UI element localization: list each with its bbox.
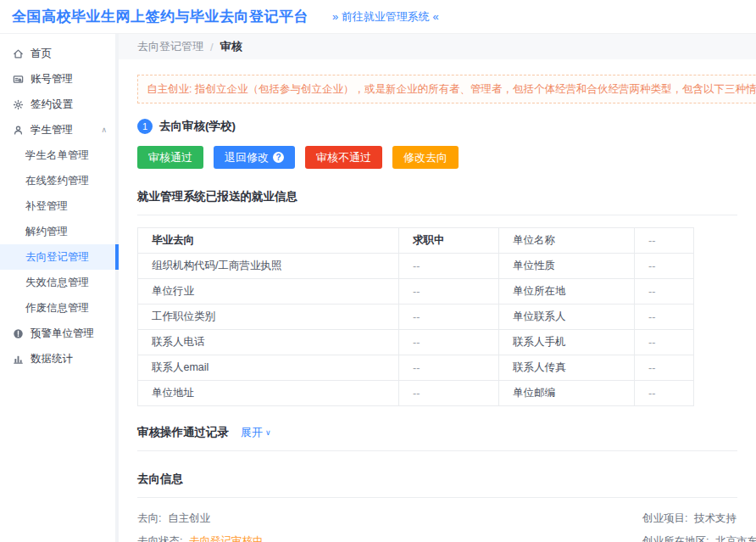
sidebar: 首页 账号管理 签约设置 学生管理 ∧ 学生名单管理 在线签约管理 — [0, 34, 119, 542]
cell-value: -- — [635, 305, 694, 330]
field-destination-status: 去向状态: 去向登记审核中 — [137, 534, 642, 542]
action-buttons: 审核通过 退回修改 ? 审核不通过 修改去向 — [137, 146, 756, 169]
employment-info-table: 毕业去向 求职中 单位名称 -- 组织机构代码/工商营业执照 -- 单位性质 -… — [137, 227, 694, 406]
cell-label: 组织机构代码/工商营业执照 — [138, 254, 399, 279]
table-row: 联系人email -- 联系人传真 -- — [138, 355, 694, 381]
table-row: 单位行业 -- 单位所在地 -- — [138, 279, 694, 305]
field-label: 去向: — [137, 512, 161, 524]
sidebar-subitem-student-list[interactable]: 学生名单管理 — [0, 142, 115, 168]
cell-value: 求职中 — [399, 228, 499, 254]
step-label: 去向审核(学校) — [159, 119, 236, 134]
reject-button-label: 审核不通过 — [316, 150, 371, 165]
cell-value: -- — [399, 355, 499, 381]
sidebar-subitem-label: 补登管理 — [25, 199, 68, 214]
divider — [137, 450, 737, 451]
modify-button-label: 修改去向 — [403, 150, 447, 165]
gear-icon — [12, 98, 24, 110]
sidebar-subitem-online-signing[interactable]: 在线签约管理 — [0, 168, 115, 193]
home-icon — [12, 47, 24, 59]
sidebar-item-label: 首页 — [31, 47, 107, 61]
approve-button-label: 审核通过 — [148, 150, 192, 165]
field-label: 去向状态: — [137, 535, 182, 542]
cell-label: 单位联系人 — [499, 305, 635, 330]
field-label: 创业所在地区: — [642, 535, 709, 542]
expand-link[interactable]: 展开 ∨ — [241, 425, 271, 440]
main-layout: 首页 账号管理 签约设置 学生管理 ∧ 学生名单管理 在线签约管理 — [0, 34, 756, 542]
cell-label: 单位性质 — [499, 254, 635, 279]
field-destination: 去向: 自主创业 — [137, 511, 642, 526]
cell-value: -- — [399, 305, 499, 330]
step-indicator: 1 去向审核(学校) — [137, 119, 756, 134]
step-number-badge: 1 — [137, 119, 153, 134]
chevron-down-icon: ∨ — [265, 428, 271, 437]
sidebar-subitem-destination-registration[interactable]: 去向登记管理 — [0, 244, 115, 270]
cell-value: -- — [635, 254, 694, 279]
sidebar-subitem-label: 学生名单管理 — [25, 148, 89, 163]
cell-label: 单位行业 — [138, 279, 399, 305]
cell-value: -- — [399, 279, 499, 305]
cell-value: -- — [635, 330, 694, 355]
sidebar-subitem-supplement[interactable]: 补登管理 — [0, 193, 115, 219]
breadcrumb-current: 审核 — [220, 39, 242, 54]
sidebar-subitem-termination[interactable]: 解约管理 — [0, 219, 115, 244]
field-startup-region: 创业所在地区: 北京市东城区 — [642, 534, 756, 542]
app-header: 全国高校毕业生网上签约与毕业去向登记平台 » 前往就业管理系统 « — [0, 0, 756, 34]
sidebar-subitem-label: 去向登记管理 — [25, 250, 89, 265]
cell-value: -- — [399, 381, 499, 406]
audit-record-title: 审核操作通过记录 — [137, 425, 229, 440]
cell-value: -- — [399, 330, 499, 355]
cell-label: 毕业去向 — [138, 228, 399, 254]
expand-label: 展开 — [241, 425, 263, 440]
sidebar-item-student-mgmt[interactable]: 学生管理 ∧ — [0, 117, 115, 142]
cell-value: -- — [635, 228, 694, 254]
destination-info: 去向: 自主创业 去向状态: 去向登记审核中 创业从事的行业: 信息传输、软件和… — [137, 511, 756, 542]
cell-label: 单位地址 — [138, 381, 399, 406]
sidebar-item-label: 签约设置 — [31, 98, 107, 112]
sidebar-subitem-label: 失效信息管理 — [25, 276, 89, 290]
table-row: 毕业去向 求职中 单位名称 -- — [138, 228, 694, 254]
cell-value: -- — [635, 279, 694, 305]
table-row: 组织机构代码/工商营业执照 -- 单位性质 -- — [138, 254, 694, 279]
sidebar-item-label: 预警单位管理 — [31, 327, 107, 341]
chevron-up-icon[interactable]: ∧ — [101, 126, 107, 134]
question-circle-icon: ? — [273, 152, 284, 163]
portal-link[interactable]: » 前往就业管理系统 « — [332, 9, 439, 25]
bar-chart-icon — [12, 353, 24, 365]
sidebar-item-home[interactable]: 首页 — [0, 41, 115, 66]
sidebar-item-label: 学生管理 — [31, 123, 94, 137]
content-area: 去向登记管理 / 审核 自主创业: 指创立企业（包括参与创立企业），或是新企业的… — [119, 34, 756, 542]
reject-button[interactable]: 审核不通过 — [305, 146, 382, 169]
sidebar-item-warning-units[interactable]: 预警单位管理 — [0, 321, 115, 346]
destination-info-right: 创业项目: 技术支持 创业所在地区: 北京市东城区 — [642, 511, 756, 542]
sidebar-item-sign-settings[interactable]: 签约设置 — [0, 92, 115, 117]
breadcrumb-parent[interactable]: 去向登记管理 — [137, 39, 203, 54]
sidebar-subitem-voided-info[interactable]: 作废信息管理 — [0, 295, 115, 321]
audit-record-section: 审核操作通过记录 展开 ∨ — [137, 425, 756, 440]
divider — [137, 215, 737, 215]
cell-value: -- — [635, 381, 694, 406]
modify-destination-button[interactable]: 修改去向 — [392, 146, 459, 169]
sidebar-subitem-label: 在线签约管理 — [25, 174, 89, 188]
sidebar-item-statistics[interactable]: 数据统计 — [0, 346, 115, 372]
sidebar-subitem-invalid-info[interactable]: 失效信息管理 — [0, 270, 115, 295]
page-body: 自主创业: 指创立企业（包括参与创立企业），或是新企业的所有者、管理者，包括个体… — [119, 59, 756, 542]
approve-button[interactable]: 审核通过 — [137, 146, 203, 169]
sidebar-subitem-label: 作废信息管理 — [25, 301, 89, 316]
student-icon — [12, 124, 24, 136]
cell-label: 单位名称 — [499, 228, 635, 254]
destination-info-left: 去向: 自主创业 去向状态: 去向登记审核中 创业从事的行业: 信息传输、软件和… — [137, 511, 642, 542]
cell-label: 联系人传真 — [499, 355, 635, 381]
cell-label: 单位邮编 — [499, 381, 635, 406]
field-value: 自主创业 — [168, 512, 210, 524]
table-row: 工作职位类别 -- 单位联系人 -- — [138, 305, 694, 330]
warning-circle-icon — [12, 327, 24, 339]
sidebar-item-label: 数据统计 — [31, 352, 107, 366]
employment-info-title: 就业管理系统已报送的就业信息 — [137, 189, 756, 204]
cell-label: 工作职位类别 — [138, 305, 399, 330]
destination-info-title: 去向信息 — [137, 472, 756, 487]
account-icon — [12, 73, 24, 85]
cell-label: 联系人email — [138, 355, 399, 381]
sidebar-item-label: 账号管理 — [31, 72, 107, 87]
return-for-revision-button[interactable]: 退回修改 ? — [214, 146, 295, 169]
sidebar-item-account[interactable]: 账号管理 — [0, 66, 115, 92]
